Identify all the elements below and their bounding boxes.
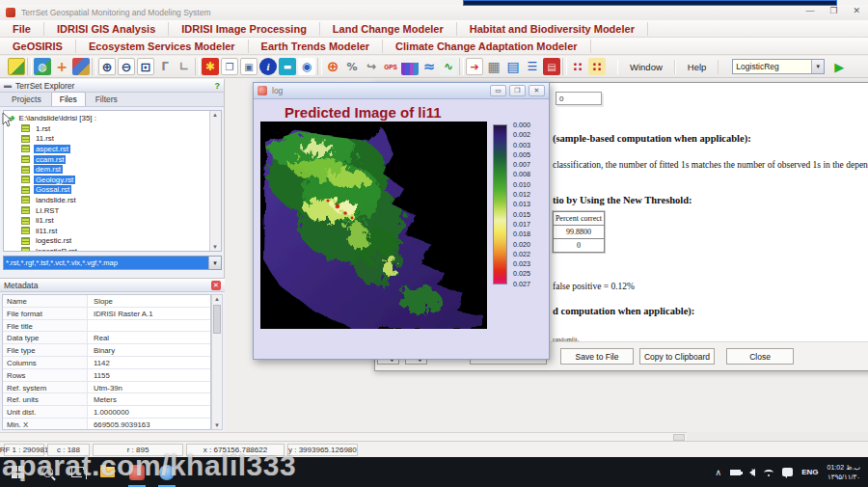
file-row[interactable]: li11.rst [21, 226, 221, 236]
log-title-bar[interactable]: log ▭ ❐ ✕ [254, 83, 549, 99]
start-button[interactable] [5, 460, 30, 485]
percent-icon[interactable] [343, 58, 361, 75]
volume-icon[interactable] [749, 469, 755, 476]
wifi-icon[interactable] [764, 470, 773, 475]
file-row[interactable]: LI.RST [21, 205, 221, 216]
file-row[interactable]: dem.rst [21, 164, 221, 175]
waves-icon[interactable] [420, 58, 438, 75]
tree-scrollbar[interactable]: ▲ ▼ [209, 111, 221, 251]
zoom-out-icon[interactable] [118, 58, 135, 75]
window-menu-button[interactable]: Window [617, 60, 675, 74]
separator[interactable] [27, 58, 32, 75]
chevron-down-icon[interactable]: ▼ [811, 60, 824, 73]
separator[interactable] [317, 58, 322, 75]
file-row[interactable]: Geology.rst [21, 175, 221, 185]
explorer-tab[interactable]: Filters [88, 93, 125, 106]
scroll-down-icon[interactable]: ▼ [214, 422, 220, 428]
separator[interactable] [92, 58, 96, 75]
filter-combo[interactable]: *.rst,*.rgf,*.tsf,*.vct,*.vlx,*.vgf,*.ma… [3, 256, 222, 270]
menu-item[interactable]: IDRISI Image Processing [169, 22, 320, 36]
file-row[interactable]: ccam.rst [21, 154, 221, 165]
minimize-button[interactable]: — [805, 6, 814, 15]
redo-icon[interactable] [363, 58, 380, 75]
language-indicator[interactable]: ENG [801, 468, 818, 476]
explorer-tab[interactable]: Files [51, 92, 86, 106]
menu-item[interactable]: Land Change Modeler [320, 22, 457, 36]
scroll-up-icon[interactable]: ▲ [212, 112, 218, 118]
close-button[interactable]: ✕ [853, 6, 860, 15]
zoom-window-icon[interactable] [137, 58, 154, 75]
threshold-field[interactable] [556, 92, 602, 105]
database-icon[interactable] [543, 58, 560, 75]
measure-circle-icon[interactable] [298, 58, 315, 75]
save-to-file-button[interactable]: Save to File [560, 348, 634, 365]
maximize-button[interactable]: ❐ [829, 6, 837, 15]
chevron-down-icon[interactable]: ▼ [208, 257, 221, 269]
file-row[interactable]: landslide.rst [21, 195, 221, 205]
separator[interactable] [195, 58, 200, 75]
recorder-taskbar-button[interactable] [154, 460, 179, 485]
scroll-down-icon[interactable]: ▼ [212, 244, 218, 250]
scroll-up-icon[interactable]: ▲ [214, 296, 220, 302]
file-row[interactable]: logestic.rst [21, 236, 221, 247]
menu-item[interactable]: IDRISI GIS Analysis [44, 22, 169, 36]
scroll-thumb[interactable] [213, 305, 221, 334]
predicted-raster-map[interactable] [260, 122, 487, 329]
collapse-icon[interactable]: ▬ [4, 81, 12, 90]
file-row[interactable]: 1.rst [21, 123, 221, 134]
menu-item[interactable]: File [0, 22, 44, 36]
menu-item[interactable]: Habitat and Biodiversity Modeler [457, 22, 648, 36]
notifications-icon[interactable] [782, 468, 793, 476]
collection-icon[interactable] [72, 58, 90, 75]
model-deploy-icon[interactable] [588, 58, 606, 75]
grid-icon[interactable] [485, 58, 502, 75]
help-icon[interactable]: ? [215, 81, 221, 91]
help-menu-button[interactable]: Help [675, 60, 719, 74]
table-icon[interactable] [504, 58, 522, 75]
export-icon[interactable] [466, 58, 483, 75]
separator[interactable] [562, 58, 567, 75]
taskbar-clock[interactable]: 01:02 ب.ظ ۱۳۹۵/۱۱/۳۰ [827, 463, 860, 480]
file-row[interactable]: 11.rst [21, 134, 221, 145]
map-display-icon[interactable] [8, 58, 25, 75]
battery-icon[interactable] [730, 470, 741, 475]
explorer-tab[interactable]: Projects [4, 93, 49, 106]
measure-length-icon[interactable] [279, 58, 296, 75]
menu-item[interactable]: Ecosystem Services Modeler [76, 40, 249, 53]
run-macro-icon[interactable]: ▶ [834, 60, 844, 74]
cascade-windows-icon[interactable] [221, 58, 238, 75]
close-icon[interactable]: ✕ [211, 281, 221, 290]
horizontal-scrollbar[interactable] [0, 432, 687, 441]
tray-chevron-icon[interactable]: ∧ [716, 468, 722, 477]
menu-item[interactable]: GeOSIRIS [0, 40, 76, 53]
close-button[interactable]: ✕ [529, 85, 545, 96]
full-extent-icon[interactable] [202, 58, 219, 75]
macro-combo[interactable]: LogisticReg ▼ [732, 59, 825, 74]
measure-angle-icon[interactable] [156, 58, 174, 75]
target-icon[interactable] [324, 58, 341, 75]
composer-icon[interactable] [34, 58, 51, 75]
file-row[interactable]: aspect.rst [21, 144, 221, 154]
file-row[interactable]: li1.rst [21, 215, 221, 226]
file-row[interactable]: logesticR.rst [21, 246, 221, 252]
restore-button[interactable]: ❐ [509, 85, 526, 96]
menu-item[interactable]: Climate Change Adaptation Modeler [383, 40, 590, 53]
menu-item[interactable]: Earth Trends Modeler [249, 40, 383, 53]
taskbar-search-button[interactable] [35, 460, 60, 485]
minimize-button[interactable]: ▭ [490, 85, 506, 96]
histogram-icon[interactable] [401, 58, 419, 75]
terrset-taskbar-button[interactable] [124, 460, 149, 485]
metadata-scrollbar[interactable]: ▲ ▼ [211, 294, 223, 430]
measure-perpendicular-icon[interactable] [176, 58, 193, 75]
tile-windows-icon[interactable] [240, 58, 258, 75]
file-row[interactable]: Gossal.rst [21, 185, 221, 196]
separator[interactable] [459, 58, 464, 75]
tree-root[interactable]: ➜ E:\landslide\Idrisi [35] : [4, 111, 221, 123]
gps-icon[interactable] [382, 58, 399, 75]
macro-modeler-icon[interactable] [569, 58, 586, 75]
profile-icon[interactable] [440, 58, 457, 75]
copy-to-clipboard-button[interactable]: Copy to Clipboard [639, 348, 715, 365]
file-explorer-button[interactable] [95, 460, 120, 485]
close-dialog-button[interactable]: Close [726, 348, 794, 365]
list-icon[interactable] [524, 58, 541, 75]
